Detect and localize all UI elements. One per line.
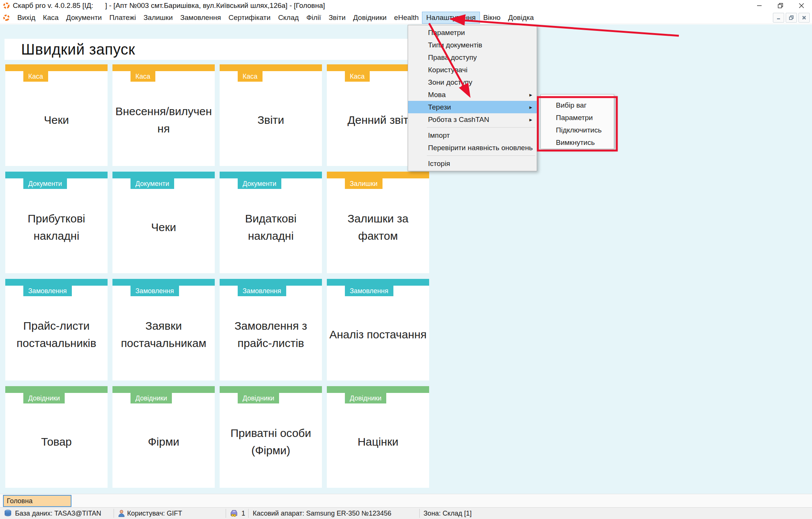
menu-separator [427,155,535,156]
status-bar: База даних: TASA3@TITAN Користувач: GIFT… [0,507,812,519]
tile-income-invoices[interactable]: Документи Прибуткові накладні [5,172,108,273]
menu-item-reports[interactable]: Звіти [325,12,349,23]
tile-label: Звіти [220,111,322,129]
tile-deposit-withdrawal[interactable]: Каса Внесення/вилучен ня [112,64,215,166]
tile-cash-checks[interactable]: Каса Чеки [5,64,108,166]
menu-item-directories[interactable]: Довідники [349,12,390,23]
tile-color-bar [5,386,108,393]
quick-launch-page: Швидкий запуск Каса Чеки Каса Внесення/в… [0,24,812,494]
tile-markups[interactable]: Довідники Націнки [327,386,429,488]
menu-bar: Вихід Каса Документи Платежі Залишки Зам… [0,11,812,24]
tile-label: Аналіз постачання [327,326,429,344]
submenu-item-connect[interactable]: Підключитись [541,124,614,136]
menu-item-parameters[interactable]: Параметри [408,26,537,39]
menu-item-import[interactable]: Імпорт [408,129,537,142]
tile-category-badge: Каса [238,71,263,82]
menu-item-window[interactable]: Вікно [480,12,504,23]
mdi-close-button[interactable] [798,13,810,23]
tile-supplier-requests[interactable]: Замовлення Заявки постачальникам [112,279,215,380]
tile-label: Заявки постачальникам [112,317,215,352]
menu-item-scales[interactable]: Терези [408,101,537,113]
tile-label: Прибуткові накладні [5,210,108,245]
menu-item-settings[interactable]: Налаштування [422,12,479,23]
status-separator [226,509,226,518]
tile-color-bar [112,279,215,286]
tile-supplier-pricelists[interactable]: Замовлення Прайс-листи постачальників [5,279,108,380]
tile-category-badge: Залишки [345,178,382,189]
mdi-restore-button[interactable] [786,13,797,23]
tile-label: Приватні особи (Фірми) [220,425,322,460]
menu-item-cashtan[interactable]: Робота з CashTAN [408,113,537,126]
menu-separator [427,127,535,128]
tile-orders-from-pricelists[interactable]: Замовлення Замовлення з прайс-листів [220,279,322,380]
menu-item-access-zones[interactable]: Зони доступу [408,76,537,88]
mdi-minimize-button[interactable] [773,13,784,23]
submenu-item-select-scales[interactable]: Вибір ваг [541,99,614,111]
menu-item-check-updates[interactable]: Перевірити наявність оновлень [408,142,537,154]
status-separator [114,509,114,518]
tile-color-bar [112,386,215,393]
tile-label: Замовлення з прайс-листів [220,317,322,352]
tile-category-badge: Замовлення [238,286,286,296]
menu-item-payments[interactable]: Платежі [106,12,140,23]
tile-color-bar [220,64,322,71]
page-header: Швидкий запуск [5,39,409,60]
status-separator [419,509,420,518]
tile-category-badge: Документи [23,178,67,189]
menu-item-users[interactable]: Користувачі [408,64,537,76]
close-button[interactable] [791,0,812,11]
menu-item-exit[interactable]: Вихід [14,12,39,23]
minimize-button[interactable] [749,0,770,11]
tile-label: Чеки [112,219,215,236]
tile-private-persons[interactable]: Довідники Приватні особи (Фірми) [220,386,322,488]
tile-supply-analysis[interactable]: Замовлення Аналіз постачання [327,279,429,380]
menu-item-help[interactable]: Довідка [504,12,537,23]
menu-item-document-types[interactable]: Типи документів [408,39,537,51]
tile-label: Видаткові накладні [220,210,322,245]
tile-firms[interactable]: Довідники Фірми [112,386,215,488]
app-logo-icon [3,2,10,9]
title-bar: Скарб pro v. 4.0.2.85 [ІД: ] - [Апт №003… [0,0,812,11]
menu-item-documents[interactable]: Документи [62,12,106,23]
tile-category-badge: Довідники [238,393,279,403]
status-user: Користувач: GIFT [127,508,182,519]
menu-item-orders[interactable]: Замовлення [176,12,225,23]
tile-cash-reports[interactable]: Каса Звіти [220,64,322,166]
submenu-item-parameters[interactable]: Параметри [541,111,614,124]
tile-color-bar [5,172,108,178]
close-icon [798,3,804,9]
restore-icon [777,3,783,9]
menu-item-certificates[interactable]: Сертифікати [225,12,275,23]
tile-goods[interactable]: Довідники Товар [5,386,108,488]
menu-item-warehouse[interactable]: Склад [274,12,302,23]
menu-item-access-rights[interactable]: Права доступу [408,51,537,64]
user-icon [118,510,125,517]
menu-item-cash[interactable]: Каса [39,12,62,23]
scales-submenu: Вибір ваг Параметри Підключитись Вимкнут… [540,94,614,149]
menu-item-ehealth[interactable]: eHealth [390,12,423,23]
tile-category-badge: Каса [345,71,370,82]
menu-item-history[interactable]: Історія [408,157,537,170]
tile-category-badge: Довідники [23,393,65,403]
tab-home[interactable]: Головна [3,495,71,507]
tile-color-bar [220,172,322,178]
tile-actual-stock[interactable]: Залишки Залишки за фактом [327,172,429,273]
status-register-count: 1 [241,508,245,519]
restore-button[interactable] [770,0,791,11]
menu-items: Вихід Каса Документи Платежі Залишки Зам… [14,11,537,24]
tile-expense-invoices[interactable]: Документи Видаткові накладні [220,172,322,273]
window-title: Скарб pro v. 4.0.2.85 [ІД: ] - [Апт №003… [13,2,325,10]
menu-item-stock[interactable]: Залишки [140,12,176,23]
page-title: Швидкий запуск [21,41,135,58]
tile-category-badge: Довідники [345,393,386,403]
tile-color-bar [5,64,108,71]
tile-document-checks[interactable]: Документи Чеки [112,172,215,273]
menu-item-branches[interactable]: Філії [302,12,325,23]
tile-category-badge: Каса [131,71,155,82]
tile-label: Фірми [112,433,215,451]
tile-label: Націнки [327,433,429,451]
menu-item-language[interactable]: Мова [408,88,537,101]
tile-category-badge: Замовлення [345,286,393,296]
submenu-item-disconnect[interactable]: Вимкнутись [541,136,614,149]
close-icon [801,15,807,20]
